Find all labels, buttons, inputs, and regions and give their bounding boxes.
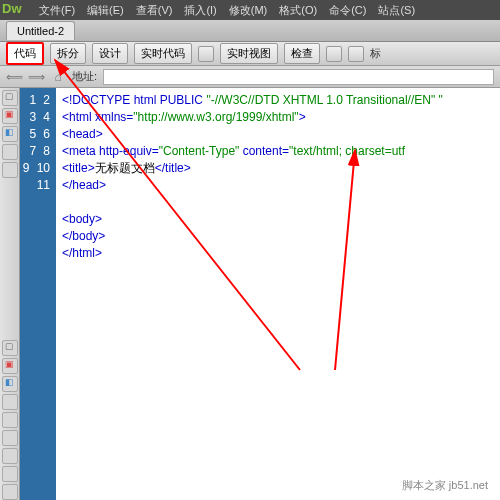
tool-icon[interactable] <box>2 108 18 124</box>
view-toolbar: 代码 拆分 设计 实时代码 实时视图 检查 标 <box>0 42 500 66</box>
document-tab[interactable]: Untitled-2 <box>6 21 75 40</box>
tool-icon[interactable] <box>2 484 18 500</box>
tool-icon[interactable] <box>2 412 18 428</box>
address-input[interactable] <box>103 69 494 85</box>
tool-icon[interactable] <box>2 466 18 482</box>
menu-edit[interactable]: 编辑(E) <box>83 3 128 18</box>
live-view-button[interactable]: 实时视图 <box>220 43 278 64</box>
tool-icon[interactable] <box>2 376 18 392</box>
tool-icon[interactable] <box>2 394 18 410</box>
line-number-gutter: 1 2 3 4 5 6 7 8 9 10 11 <box>20 88 56 500</box>
menu-command[interactable]: 命令(C) <box>325 3 370 18</box>
tool-icon[interactable] <box>2 162 18 178</box>
menu-modify[interactable]: 修改(M) <box>225 3 272 18</box>
tool-icon[interactable] <box>2 340 18 356</box>
tool-icon[interactable] <box>2 90 18 106</box>
toolbar-label-right: 标 <box>370 46 381 61</box>
toolbar-icon-2[interactable] <box>326 46 342 62</box>
tool-icon[interactable] <box>2 144 18 160</box>
main-area: 1 2 3 4 5 6 7 8 9 10 11 <!DOCTYPE html P… <box>0 88 500 500</box>
design-view-button[interactable]: 设计 <box>92 43 128 64</box>
nav-back-icon[interactable]: ⟸ <box>6 69 22 85</box>
address-bar: ⟸ ⟹ ⌂ 地址: <box>0 66 500 88</box>
toolbar-icon-1[interactable] <box>198 46 214 62</box>
menu-format[interactable]: 格式(O) <box>275 3 321 18</box>
code-tool-panel <box>0 88 20 500</box>
tool-icon[interactable] <box>2 448 18 464</box>
menu-site[interactable]: 站点(S) <box>374 3 419 18</box>
toolbar-icon-3[interactable] <box>348 46 364 62</box>
tool-icon[interactable] <box>2 430 18 446</box>
app-logo: Dw <box>2 1 22 16</box>
menu-view[interactable]: 查看(V) <box>132 3 177 18</box>
tool-icon[interactable] <box>2 126 18 142</box>
watermark: 脚本之家 jb51.net <box>398 477 492 494</box>
menu-insert[interactable]: 插入(I) <box>180 3 220 18</box>
code-editor[interactable]: <!DOCTYPE html PUBLIC "-//W3C//DTD XHTML… <box>56 88 500 500</box>
address-label: 地址: <box>72 69 97 84</box>
menu-bar: 文件(F) 编辑(E) 查看(V) 插入(I) 修改(M) 格式(O) 命令(C… <box>0 0 500 20</box>
menu-file[interactable]: 文件(F) <box>35 3 79 18</box>
live-code-button[interactable]: 实时代码 <box>134 43 192 64</box>
nav-forward-icon[interactable]: ⟹ <box>28 69 44 85</box>
split-view-button[interactable]: 拆分 <box>50 43 86 64</box>
tool-icon[interactable] <box>2 358 18 374</box>
code-view-button[interactable]: 代码 <box>6 42 44 65</box>
nav-home-icon[interactable]: ⌂ <box>50 69 66 85</box>
inspect-button[interactable]: 检查 <box>284 43 320 64</box>
document-tab-bar: Untitled-2 <box>0 20 500 42</box>
